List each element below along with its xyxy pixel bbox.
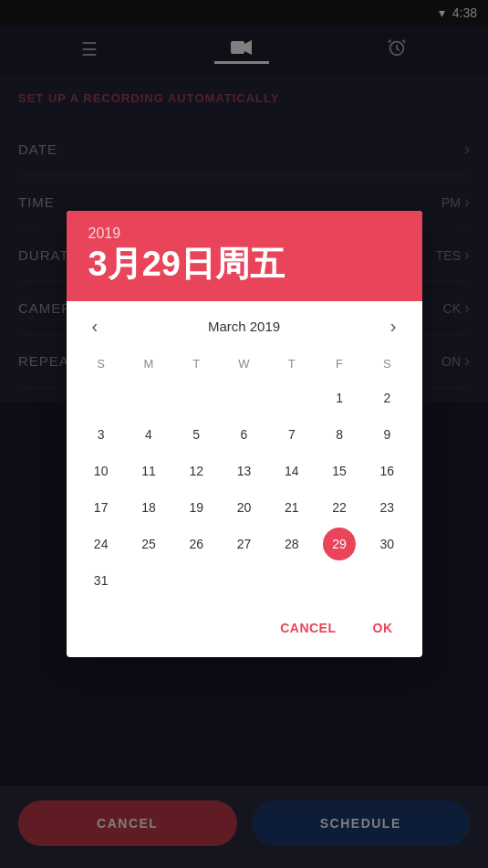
calendar-grid: S M T W T F S 12345678910111213141516171… — [78, 351, 411, 599]
calendar-day[interactable]: 11 — [132, 455, 165, 487]
calendar-nav: ‹ March 2019 › — [78, 301, 411, 351]
weekday-t2: T — [268, 351, 316, 376]
dialog-overlay: 2019 3月29日周五 ‹ March 2019 › S M T W T F … — [0, 0, 488, 868]
calendar-day[interactable]: 2 — [370, 382, 403, 414]
dialog-actions: CANCEL OK — [67, 606, 422, 657]
calendar-day[interactable]: 31 — [85, 564, 118, 597]
calendar-day[interactable]: 9 — [370, 418, 403, 451]
calendar-day — [132, 382, 165, 414]
calendar-day[interactable]: 19 — [180, 491, 213, 524]
weekday-t1: T — [172, 351, 220, 376]
calendar: ‹ March 2019 › S M T W T F S 12345678910… — [67, 301, 422, 606]
calendar-day — [227, 382, 260, 414]
calendar-day[interactable]: 7 — [275, 418, 308, 451]
calendar-day[interactable]: 24 — [85, 528, 118, 560]
calendar-day[interactable]: 27 — [227, 528, 260, 560]
calendar-day[interactable]: 1 — [323, 382, 356, 414]
calendar-day[interactable]: 16 — [370, 455, 403, 487]
calendar-days: 1234567891011121314151617181920212223242… — [78, 380, 411, 599]
dialog-cancel-button[interactable]: CANCEL — [265, 613, 350, 643]
dialog-year: 2019 — [88, 225, 400, 242]
calendar-day[interactable]: 30 — [370, 528, 403, 560]
dialog-header: 2019 3月29日周五 — [67, 211, 422, 302]
calendar-day[interactable]: 4 — [132, 418, 165, 451]
calendar-day[interactable]: 3 — [85, 418, 118, 451]
weekday-s1: S — [78, 351, 125, 376]
calendar-day[interactable]: 6 — [227, 418, 260, 451]
calendar-day — [275, 382, 308, 414]
calendar-day — [180, 382, 213, 414]
weekday-m: M — [125, 351, 172, 376]
calendar-day[interactable]: 18 — [132, 491, 165, 524]
month-label: March 2019 — [208, 319, 280, 334]
calendar-day[interactable]: 29 — [323, 528, 356, 560]
calendar-day[interactable]: 8 — [323, 418, 356, 451]
calendar-day[interactable]: 28 — [275, 528, 308, 560]
calendar-day[interactable]: 12 — [180, 455, 213, 487]
calendar-day[interactable]: 15 — [323, 455, 356, 487]
calendar-day[interactable]: 14 — [275, 455, 308, 487]
calendar-day[interactable]: 5 — [180, 418, 213, 451]
next-month-button[interactable]: › — [383, 312, 404, 340]
weekday-f: F — [316, 351, 363, 376]
calendar-day[interactable]: 20 — [227, 491, 260, 524]
calendar-day — [85, 382, 118, 414]
calendar-day[interactable]: 23 — [370, 491, 403, 524]
calendar-day[interactable]: 22 — [323, 491, 356, 524]
calendar-day[interactable]: 26 — [180, 528, 213, 560]
weekday-headers: S M T W T F S — [78, 351, 411, 376]
dialog-ok-button[interactable]: OK — [358, 613, 408, 643]
date-picker-dialog: 2019 3月29日周五 ‹ March 2019 › S M T W T F … — [67, 211, 422, 658]
calendar-day[interactable]: 17 — [85, 491, 118, 524]
calendar-day[interactable]: 25 — [132, 528, 165, 560]
calendar-day[interactable]: 13 — [227, 455, 260, 487]
calendar-day[interactable]: 21 — [275, 491, 308, 524]
weekday-w: W — [220, 351, 267, 376]
prev-month-button[interactable]: ‹ — [85, 312, 106, 340]
calendar-day[interactable]: 10 — [85, 455, 118, 487]
weekday-s2: S — [363, 351, 410, 376]
dialog-date-title: 3月29日周五 — [88, 246, 400, 284]
